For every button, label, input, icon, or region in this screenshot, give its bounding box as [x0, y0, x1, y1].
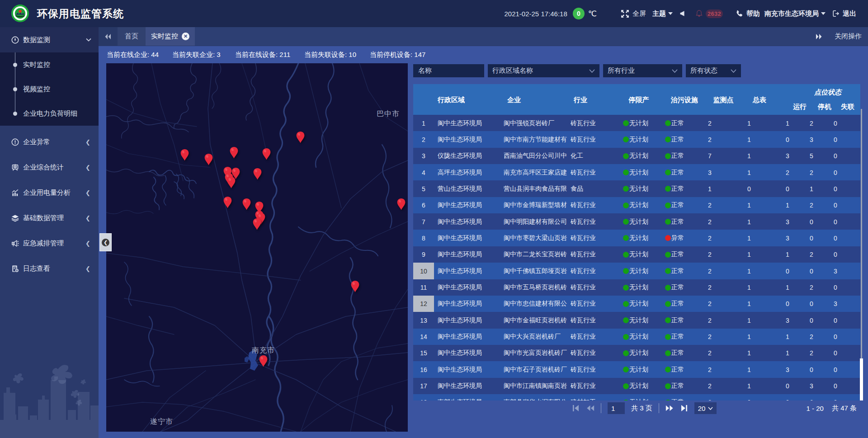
org-menu[interactable]: 南充市生态环境局 [764, 9, 826, 18]
map-pin-icon[interactable] [253, 168, 262, 180]
offline-cell: 0 [816, 230, 855, 246]
sidebar-item-realtime-monitoring[interactable]: 实时监控 [0, 52, 99, 77]
table-row[interactable]: 15阆中生态环境局阆中市光富页岩机砖厂砖瓦行业无计划正常21120 [413, 345, 860, 362]
industry-cell: 砖瓦行业 [571, 197, 621, 214]
filter-row: 名称 行政区域名称 所有行业 所有状态 [413, 64, 860, 77]
tab-home[interactable]: 首页 [118, 27, 146, 46]
table-scrollbar-track[interactable] [861, 109, 862, 400]
sidebar-item-company-statistics[interactable]: 企业综合统计 ❮ [0, 155, 99, 180]
meter-cell: 1 [730, 312, 769, 329]
page-number-input[interactable]: 1 [608, 402, 625, 414]
pagination-bar: 1 共 3 页 20 1 - 20 共 4 [413, 400, 860, 416]
map-pin-icon[interactable] [262, 148, 271, 160]
table-row[interactable]: 7阆中生态环境局阆中明阳建材有限公司砖瓦行业无计划正常21300 [413, 213, 860, 230]
table-row[interactable]: 5营山生态环境局营山县润丰肉食品有限食品无计划正常10010 [413, 180, 860, 197]
map-panel[interactable]: 巴中市南充市遂宁市 [106, 63, 408, 432]
table-row[interactable]: 6阆中生态环境局阆中市金博瑞新型墙材砖瓦行业无计划正常21120 [413, 197, 860, 214]
prev-page-button[interactable] [586, 405, 594, 412]
industry-cell: 砖瓦行业 [571, 312, 621, 329]
map-pin-icon[interactable] [252, 218, 262, 231]
map-pin-icon[interactable] [296, 131, 305, 144]
table-row[interactable]: 8阆中生态环境局阆中市枣碧大梁山页岩砖瓦行业无计划异常21300 [413, 230, 860, 246]
region-cell: 阆中生态环境局 [438, 246, 503, 263]
total-pages-label: 共 3 页 [631, 404, 652, 413]
table-scrollbar-thumb[interactable] [860, 358, 863, 400]
alert-circle-icon [11, 138, 19, 146]
page-size-select[interactable]: 20 [694, 402, 717, 414]
industry-cell: 砖瓦行业 [571, 329, 621, 345]
table-row[interactable]: 18南部生态环境局南部县砌华水泥有限公建材加工无计划正常60060 [413, 394, 860, 400]
map-pin-icon[interactable] [396, 198, 406, 211]
sidebar-item-company-abnormal[interactable]: 企业异常 ❮ [0, 129, 99, 155]
table-row[interactable]: 10阆中生态环境局阆中千佛镇五郎垭页岩砖瓦行业无计划正常21003 [413, 263, 860, 279]
next-page-button[interactable] [665, 405, 674, 412]
logout-button[interactable]: 退出 [832, 9, 856, 18]
collapse-panel-button[interactable]: ❮ [99, 233, 112, 251]
status-filter-select[interactable]: 所有状态 [686, 64, 741, 77]
sidebar-item-emergency-reduction[interactable]: 应急减排管理 ❮ [0, 231, 99, 256]
map-pin-icon[interactable] [259, 355, 268, 367]
industry-filter-select[interactable]: 所有行业 [603, 64, 682, 77]
map-pin-icon[interactable] [204, 153, 213, 166]
sidebar-item-base-data[interactable]: 基础数据管理 ❮ [0, 205, 99, 231]
map-pin-icon[interactable] [350, 280, 360, 293]
offline-cell: 3 [816, 263, 855, 279]
region-filter-select[interactable]: 行政区域名称 [488, 64, 599, 77]
limit-status-cell: 无计划 [623, 246, 665, 263]
table-row[interactable]: 12阆中生态环境局阆中市忠信建材有限公砖瓦行业无计划正常21003 [413, 296, 860, 312]
theme-menu[interactable]: 主题 [652, 9, 673, 18]
close-tab-icon[interactable]: ✕ [182, 33, 189, 40]
chevron-left-icon: ❮ [85, 139, 90, 146]
points-cell: 2 [690, 115, 729, 132]
limit-status-cell: 无计划 [623, 361, 665, 378]
first-page-button[interactable] [572, 405, 580, 412]
mute-speaker-icon[interactable] [679, 10, 685, 17]
row-index-cell: 1 [413, 115, 434, 132]
points-cell: 2 [690, 246, 729, 263]
notifications[interactable]: 2632 [696, 9, 723, 18]
tabs-scroll-left-button[interactable] [99, 27, 118, 46]
last-page-button[interactable] [680, 405, 688, 412]
table-row[interactable]: 3仪陇生态环境局西南油气田分公司川中化工无计划正常71350 [413, 148, 860, 165]
offline-cell: 0 [816, 148, 855, 165]
status-dot-green [665, 153, 671, 159]
double-chevron-right-icon[interactable] [816, 33, 823, 40]
table-row[interactable]: 13阆中生态环境局阆中市金福旺页岩机砖砖瓦行业无计划正常21300 [413, 312, 860, 329]
sidebar-item-power-load-detail[interactable]: 企业电力负荷明细 [0, 101, 99, 126]
table-row[interactable]: 17阆中生态环境局阆中市江南镇阆南页岩砖瓦行业无计划正常21030 [413, 378, 860, 395]
status-dot-green [665, 317, 671, 323]
close-operations-button[interactable]: 关闭操作 [835, 32, 862, 41]
col-header-region: 行政区域 [429, 96, 474, 104]
map-pin-icon[interactable] [180, 149, 189, 161]
sidebar-item-power-analysis[interactable]: 企业用电量分析 ❮ [0, 180, 99, 205]
table-row[interactable]: 11阆中生态环境局阆中市五马桥页岩机砖砖瓦行业无计划正常21120 [413, 279, 860, 296]
map-pin-icon[interactable] [242, 198, 251, 211]
industry-cell: 砖瓦行业 [571, 279, 621, 296]
company-cell: 阆中强锐页岩砖厂 [504, 115, 570, 132]
company-cell: 阆中市枣碧大梁山页岩 [504, 230, 570, 246]
fullscreen-button[interactable]: 全屏 [621, 9, 646, 18]
table-row[interactable]: 9阆中生态环境局阆中市二龙长宝页岩砖砖瓦行业无计划正常21120 [413, 246, 860, 263]
meter-cell: 1 [730, 131, 769, 148]
map-pin-icon[interactable] [226, 176, 236, 189]
table-row[interactable]: 2阆中生态环境局阆中市南方节能建材有砖瓦行业无计划正常21030 [413, 131, 860, 148]
chevron-down-icon [86, 38, 91, 42]
table-row[interactable]: 14阆中生态环境局阆中大兴页岩机砖厂砖瓦行业无计划正常21120 [413, 329, 860, 345]
sidebar-item-logs[interactable]: 日志查看 ❮ [0, 256, 99, 281]
status-dot-green [665, 252, 671, 258]
sidebar-item-data-monitoring[interactable]: 数据监测 [0, 27, 99, 52]
region-cell: 阆中生态环境局 [438, 361, 503, 378]
help-button[interactable]: 帮助 [736, 9, 760, 18]
table-row[interactable]: 16阆中生态环境局阆中市石子页岩机砖厂砖瓦行业无计划正常21300 [413, 361, 860, 378]
table-row[interactable]: 1阆中生态环境局阆中强锐页岩砖厂砖瓦行业无计划正常21120 [413, 115, 860, 132]
name-filter-input[interactable]: 名称 [413, 64, 484, 77]
map-pin-icon[interactable] [229, 146, 239, 159]
chevron-left-icon: ❮ [85, 265, 90, 272]
data-table: 行政区域 企业 行业 停限产 治污设施 监测点 总表 点位状态 运行 停机 失联… [413, 84, 860, 400]
map-pin-icon[interactable] [223, 196, 232, 209]
points-cell: 3 [690, 164, 729, 181]
points-cell: 2 [690, 230, 729, 246]
sidebar-item-video-monitoring[interactable]: 视频监控 [0, 77, 99, 101]
tab-realtime-monitoring[interactable]: 实时监控 ✕ [146, 27, 195, 46]
table-row[interactable]: 4高坪生态环境局南充市高坪区王家店建砖瓦行业无计划正常31220 [413, 164, 860, 181]
